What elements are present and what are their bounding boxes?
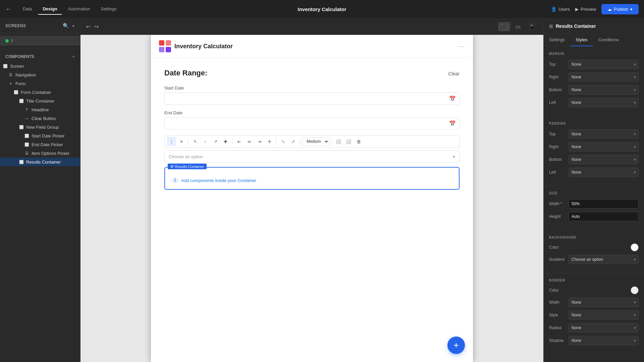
toolbar-align-rows[interactable]: ≡ — [177, 137, 186, 146]
toolbar-resize-expand[interactable]: ⤢ — [288, 137, 298, 146]
components-label: Components — [5, 54, 34, 59]
border-width-label: Width — [549, 300, 566, 305]
toolbar-divider-3 — [276, 138, 276, 145]
start-date-input[interactable] — [165, 93, 446, 105]
publish-button[interactable]: ☁ Publish ▾ — [601, 4, 639, 14]
start-date-calendar-icon[interactable]: 📅 — [446, 96, 459, 102]
dropdown-wrapper: Choose an option ▾ — [164, 150, 460, 163]
border-section: BORDER Color Width None Style None — [544, 273, 644, 354]
bg-gradient-row: Gradient Choose an option — [549, 255, 639, 264]
tree-item-end-date-picker[interactable]: ⬜ End Date Picker — [0, 140, 80, 149]
size-section: SIZE Width * Height — [544, 186, 644, 230]
desktop-view-button[interactable]: ⬛ — [498, 22, 510, 31]
toolbar-align-center-h[interactable]: ⇔ — [245, 137, 254, 146]
border-style-select[interactable]: None — [569, 310, 639, 320]
add-component-icon[interactable]: + — [72, 54, 75, 59]
undo-button[interactable]: ↩ — [86, 23, 90, 30]
add-components-hint[interactable]: i Add components inside your Container — [172, 177, 452, 184]
border-radius-select[interactable]: None — [569, 323, 639, 333]
tab-settings[interactable]: Settings — [96, 4, 121, 15]
margin-bottom-select[interactable]: None — [569, 85, 639, 95]
border-width-select[interactable]: None — [569, 298, 639, 307]
bg-color-swatch[interactable] — [631, 243, 639, 251]
toolbar-align-top-center[interactable]: ↑ — [201, 137, 210, 146]
toolbar-align-top-right[interactable]: ↗ — [211, 137, 220, 146]
tree-item-clear-button[interactable]: — Clear Button — [0, 114, 80, 123]
tree-item-navigation[interactable]: ☰ Navigation — [0, 70, 80, 79]
tree-item-title-container[interactable]: ⬜ Title Container — [0, 97, 80, 105]
tab-automation[interactable]: Automation — [63, 4, 95, 15]
clear-button-icon: — — [24, 116, 30, 121]
preview-button[interactable]: ▶ Preview — [575, 7, 596, 12]
margin-top-select[interactable]: None — [569, 60, 639, 69]
margin-section: MARGIN Top None Right None Bottom — [544, 47, 644, 116]
toolbar-align-top-left[interactable]: ↖ — [191, 137, 200, 146]
add-screen-icon[interactable]: + — [72, 23, 75, 29]
toolbar-align-left[interactable]: ⇤ — [234, 137, 244, 146]
app-dots-icon[interactable]: ⋯ — [458, 42, 465, 50]
padding-left-select-wrap: None — [569, 168, 639, 177]
tree-item-new-field-group[interactable]: ⬜ New Field Group — [0, 123, 80, 131]
app-logo: Inventory Calculator — [159, 40, 233, 52]
toolbar-size-select[interactable]: Medium — [302, 137, 329, 146]
tablet-view-button[interactable]: ▭ — [513, 22, 523, 31]
end-date-calendar-icon[interactable]: 📅 — [446, 120, 459, 127]
tree-label-clear-button: Clear Button — [32, 116, 56, 121]
padding-top-select[interactable]: None — [569, 129, 639, 139]
screen-item-root[interactable]: / — [0, 36, 80, 46]
tree-item-start-date-picker[interactable]: ⬜ Start Date Picker — [0, 131, 80, 140]
width-input[interactable] — [569, 199, 639, 208]
toolbar-align-right[interactable]: ⇥ — [255, 137, 264, 146]
logo-icon — [159, 40, 171, 52]
padding-left-select[interactable]: None — [569, 168, 639, 177]
screen-active-dot — [5, 39, 9, 43]
padding-bottom-label: Bottom — [549, 157, 566, 162]
right-panel-tabs: Settings Styles Conditions — [544, 34, 644, 47]
tab-design[interactable]: Design — [38, 4, 62, 15]
screen-tree-icon: ⬜ — [3, 63, 8, 69]
tree-label-form: Form — [15, 81, 25, 86]
end-date-input[interactable] — [165, 118, 446, 129]
search-icon[interactable]: 🔍 — [63, 23, 69, 29]
toolbar-copy-2[interactable]: ⬜ — [344, 137, 353, 146]
fab-button[interactable]: + — [447, 337, 465, 354]
users-button[interactable]: 👤 Users — [551, 7, 570, 12]
tree-item-screen[interactable]: ⬜ Screen — [0, 62, 80, 70]
tree-item-form-container[interactable]: ⬜ Form Container — [0, 88, 80, 97]
tree-item-headline[interactable]: T Headline — [0, 105, 80, 114]
margin-left-select[interactable]: None — [569, 98, 639, 107]
toolbar-divider-4 — [300, 138, 300, 145]
end-date-field: End Date 📅 — [164, 110, 460, 130]
height-input[interactable] — [569, 212, 639, 221]
toolbar-delete[interactable]: 🗑 — [354, 137, 363, 146]
results-container[interactable]: ⊞ Results Container i Add components ins… — [164, 167, 460, 190]
tree-label-headline: Headline — [32, 107, 49, 112]
tab-settings[interactable]: Settings — [544, 34, 570, 46]
padding-right-select[interactable]: None — [569, 142, 639, 152]
tab-styles[interactable]: Styles — [570, 34, 593, 46]
item-options-dropdown[interactable]: Choose an option ▾ — [164, 150, 460, 163]
tab-data[interactable]: Data — [18, 4, 37, 15]
right-panel: ⊞ Results Container Settings Styles Cond… — [543, 19, 644, 362]
clear-button[interactable]: Clear — [448, 71, 460, 76]
back-button[interactable]: ← — [5, 6, 11, 13]
form-icon: ≡ — [8, 81, 13, 86]
tree-item-results-container[interactable]: ⬜ Results Container — [0, 158, 80, 166]
margin-right-select[interactable]: None — [569, 72, 639, 82]
tree-item-item-options-picker[interactable]: ☰ Item Options Picker — [0, 149, 80, 158]
tree-item-form[interactable]: ≡ Form — [0, 79, 80, 88]
tab-conditions[interactable]: Conditions — [593, 34, 624, 46]
mobile-view-button[interactable]: 📱 — [526, 22, 538, 31]
toolbar-align-add[interactable]: ✚ — [221, 137, 230, 146]
toolbar-resize-shrink[interactable]: ⤡ — [278, 137, 288, 146]
border-shadow-select[interactable]: None — [569, 336, 639, 345]
padding-bottom-select[interactable]: None — [569, 155, 639, 164]
redo-button[interactable]: ↪ — [94, 23, 99, 30]
bg-gradient-select[interactable]: Choose an option — [569, 255, 639, 264]
toolbar-align-cols[interactable]: ⋮ — [167, 137, 176, 146]
padding-right-row: Right None — [549, 142, 639, 152]
toolbar-align-center-v[interactable]: ✛ — [265, 137, 274, 146]
border-color-swatch[interactable] — [631, 286, 639, 294]
results-container-label-tag: ⊞ Results Container — [168, 164, 207, 169]
toolbar-copy-1[interactable]: ⬜ — [334, 137, 343, 146]
